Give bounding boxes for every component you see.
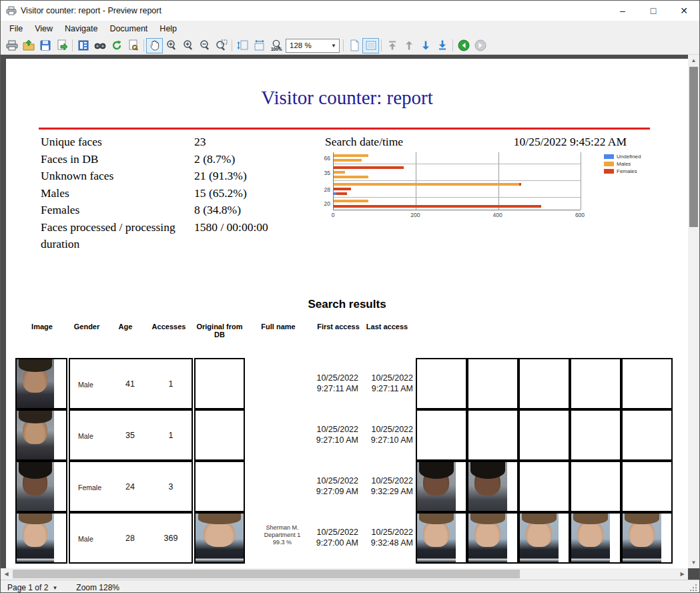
stat-row: Faces in DB2 (8.7%)	[41, 151, 321, 168]
access-image-cell	[570, 512, 621, 564]
app-icon	[6, 5, 17, 16]
info-cell: Male411	[69, 358, 193, 409]
access-image-cell	[518, 461, 570, 512]
fit-width-icon[interactable]	[251, 38, 268, 53]
access-image-cell	[416, 358, 467, 409]
zoom-dynamic-icon[interactable]	[163, 38, 180, 53]
face-image	[15, 512, 67, 564]
original-from-db-cell	[194, 409, 245, 461]
name-access-cell: Sherman M.Department 199.3 %10/25/20229:…	[246, 512, 414, 564]
face-image	[15, 461, 67, 512]
search-results-title: Search results	[6, 298, 688, 311]
access-image-cell	[416, 512, 467, 564]
access-image-cell	[467, 409, 518, 461]
toolbar-separator	[143, 39, 144, 51]
scroll-down-icon[interactable]: ▼	[688, 557, 699, 568]
vertical-scroll-thumb[interactable]	[689, 67, 698, 227]
column-header: Accesses	[145, 323, 192, 331]
print-icon[interactable]	[3, 38, 20, 53]
page-setup-icon[interactable]	[125, 38, 141, 53]
report-page: Visitor counter: report Unique faces23Fa…	[6, 59, 688, 580]
page-width-icon[interactable]	[362, 38, 379, 53]
first-page-icon[interactable]	[384, 38, 400, 53]
chevron-down-icon: ▼	[52, 585, 57, 591]
info-cell: Male351	[69, 409, 193, 461]
last-page-icon[interactable]	[434, 38, 450, 53]
access-image-cell	[570, 358, 621, 409]
column-header: Last access	[360, 323, 414, 331]
info-cell: Female243	[69, 461, 193, 512]
title-bar: Visitor counter: report - Preview report…	[1, 1, 699, 21]
minimize-button[interactable]: –	[607, 1, 638, 21]
face-image	[15, 358, 67, 409]
legend-item: Females	[604, 168, 641, 174]
toolbar: 100% 128 % ▼	[1, 37, 699, 55]
zoom-level-value: 128 %	[290, 41, 312, 49]
access-image-cell	[570, 461, 621, 512]
zoom-indicator: Zoom 128%	[76, 583, 119, 592]
fit-height-icon[interactable]	[234, 38, 251, 53]
access-image-cell	[416, 409, 467, 461]
close-button[interactable]: ✕	[669, 1, 699, 21]
chevron-down-icon: ▼	[331, 43, 339, 49]
access-image-cell	[621, 358, 673, 409]
horizontal-scrollbar[interactable]: ◀ ▶	[1, 568, 688, 580]
maximize-button[interactable]: □	[638, 1, 669, 21]
scroll-up-icon[interactable]: ▲	[688, 55, 699, 66]
zoom-100-icon[interactable]: 100%	[268, 38, 284, 53]
stat-row: Unknown faces21 (91.3%)	[41, 168, 321, 185]
zoom-out-icon[interactable]	[196, 38, 213, 53]
menu-navigate[interactable]: Navigate	[59, 21, 103, 36]
column-header: Full name	[252, 323, 305, 331]
zoom-in-icon[interactable]	[180, 38, 196, 53]
preview-area: Visitor counter: report Unique faces23Fa…	[1, 55, 699, 580]
toolbar-separator	[343, 39, 344, 51]
original-from-db-cell	[194, 461, 245, 512]
refresh-icon[interactable]	[108, 38, 125, 53]
menu-view[interactable]: View	[29, 21, 59, 36]
previous-page-icon[interactable]	[400, 38, 417, 53]
find-icon[interactable]	[91, 38, 108, 53]
back-icon[interactable]	[455, 38, 472, 53]
menu-help[interactable]: Help	[153, 21, 183, 36]
access-image-cell	[467, 461, 518, 512]
original-from-db-cell	[194, 512, 245, 564]
app-window: Visitor counter: report - Preview report…	[0, 0, 700, 593]
resize-grip-icon[interactable]	[689, 583, 698, 592]
scroll-left-icon[interactable]: ◀	[1, 568, 12, 580]
zoom-level-combobox[interactable]: 128 % ▼	[286, 39, 340, 53]
info-cell: Male28369	[69, 512, 193, 564]
horizontal-scroll-thumb[interactable]	[13, 570, 520, 578]
zoom-region-icon[interactable]	[213, 38, 230, 53]
column-header: First access	[312, 323, 365, 331]
menu-document[interactable]: Document	[103, 21, 153, 36]
single-page-icon[interactable]	[346, 38, 362, 53]
status-bar: Page 1 of 2 ▼ Zoom 128%	[1, 580, 699, 593]
stat-row: Males15 (65.2%)	[41, 185, 321, 202]
forward-icon[interactable]	[472, 38, 488, 53]
access-image-cell	[467, 512, 518, 564]
scroll-right-icon[interactable]: ▶	[677, 568, 688, 580]
page-indicator: Page 1 of 2	[7, 583, 48, 592]
save-icon[interactable]	[37, 38, 53, 53]
menu-file[interactable]: File	[3, 21, 29, 36]
outline-view-icon[interactable]	[75, 38, 91, 53]
column-header: Image	[22, 323, 62, 331]
next-page-icon[interactable]	[417, 38, 434, 53]
report-title: Visitor counter: report	[6, 87, 688, 109]
stats-block: Unique faces23Faces in DB2 (8.7%)Unknown…	[41, 134, 321, 253]
hand-tool-icon[interactable]	[146, 38, 163, 53]
search-datetime-label: Search date/time	[325, 135, 403, 149]
open-icon[interactable]	[20, 38, 37, 53]
page-selector[interactable]: Page 1 of 2 ▼	[1, 583, 57, 592]
name-access-cell: 10/25/20229:27:10 AM10/25/20229:27:10 AM	[246, 409, 414, 461]
export-icon[interactable]	[53, 38, 70, 53]
legend-item: Undefined	[604, 154, 641, 160]
toolbar-separator	[381, 39, 382, 51]
table-row: Male41110/25/20229:27:11 AM10/25/20229:2…	[15, 358, 673, 409]
age-access-chart: 66352820 0200400600	[318, 152, 581, 218]
chart-plot	[333, 152, 581, 210]
toolbar-separator	[72, 39, 73, 51]
stat-row: Faces processed / processing duration158…	[41, 219, 321, 253]
vertical-scrollbar[interactable]: ▲ ▼	[688, 55, 699, 568]
